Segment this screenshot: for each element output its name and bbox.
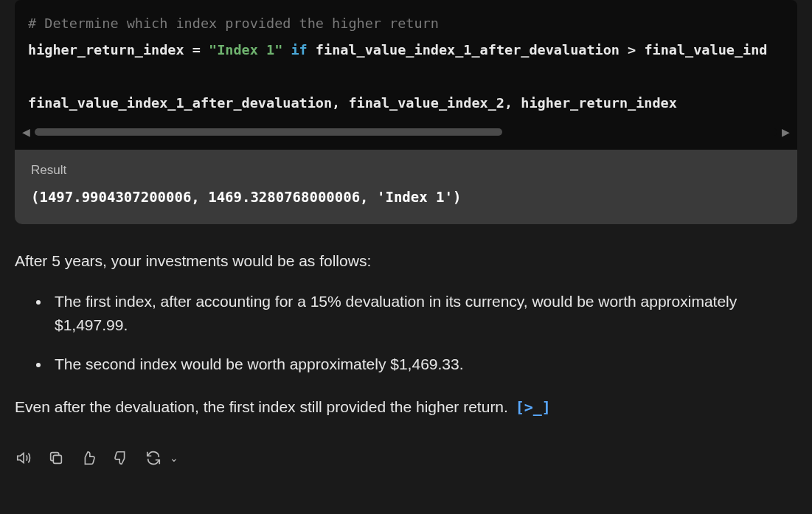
code-cond-left: final_value_index_1_after_devaluation [308,42,628,58]
copy-icon [48,450,64,466]
assistant-prose: After 5 years, your investments would be… [0,224,812,420]
result-value: (1497.9904307200006, 1469.3280768000006,… [31,186,781,208]
code-block: # Determine which index provided the hig… [15,0,797,150]
results-list: The first index, after accounting for a … [15,290,797,377]
intro-paragraph: After 5 years, your investments would be… [15,249,797,274]
svg-rect-0 [53,455,61,463]
code-string: "Index 1" [209,42,282,58]
thumbs-up-icon [80,450,97,466]
code-space [282,42,291,58]
result-label: Result [31,160,781,180]
scroll-track[interactable] [35,128,777,136]
chevron-down-icon[interactable]: ⌄ [170,450,178,466]
list-item: The second index would be worth approxim… [50,352,797,377]
code-tuple: final_value_index_1_after_devaluation, f… [28,95,677,111]
scroll-right-icon[interactable]: ▶ [782,124,790,140]
thumbs-down-button[interactable] [112,449,130,467]
horizontal-scrollbar[interactable]: ◀ ▶ [15,124,797,143]
outro-paragraph: Even after the devaluation, the first in… [15,395,797,420]
view-code-link[interactable]: [>_] [516,398,551,416]
regenerate-icon [145,450,162,466]
outro-text: Even after the devaluation, the first in… [15,398,508,415]
thumbs-up-button[interactable] [80,449,97,467]
code-lhs: higher_return_index [28,42,184,58]
thumbs-down-icon [113,450,129,466]
code-cond-right: final_value_ind [636,42,767,58]
code-if: if [291,42,307,58]
speak-aloud-icon [15,450,32,466]
list-item: The first index, after accounting for a … [50,290,797,338]
action-bar: ⌄ [0,436,812,467]
result-block: Result (1497.9904307200006, 1469.3280768… [15,150,797,225]
speak-aloud-button[interactable] [15,449,32,467]
scroll-left-icon[interactable]: ◀ [22,124,30,140]
regenerate-button[interactable] [145,449,162,467]
code-gt: > [628,42,636,58]
code-eq: = [184,42,209,58]
copy-button[interactable] [47,449,65,467]
scroll-thumb[interactable] [35,128,502,136]
code-comment: # Determine which index provided the hig… [28,15,439,31]
code-content[interactable]: # Determine which index provided the hig… [15,10,797,124]
